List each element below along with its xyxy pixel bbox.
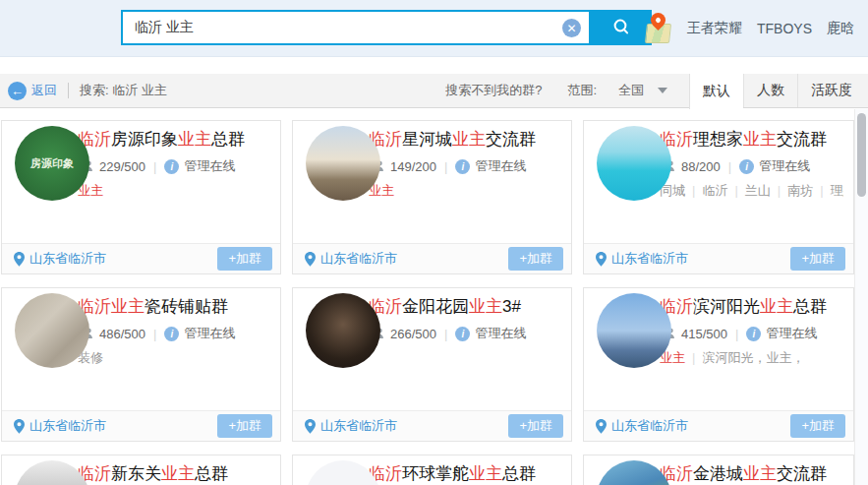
group-location: 山东省临沂市 <box>305 250 397 268</box>
magnifier-icon <box>610 17 632 38</box>
search-input[interactable] <box>121 10 591 45</box>
join-group-button[interactable]: +加群 <box>217 247 272 271</box>
group-location: 山东省临沂市 <box>596 250 688 268</box>
hot-link-2[interactable]: TFBOYS <box>757 21 812 36</box>
chevron-down-icon[interactable] <box>658 88 667 93</box>
group-card[interactable]: 临沂金港城业主交流群 <box>583 455 854 485</box>
member-count: 486/500 <box>99 327 145 341</box>
scrollbar-thumb[interactable] <box>857 113 866 197</box>
group-card[interactable]: 临沂星河城业主交流群 149/200 | i 管理在线 业主 <box>292 120 572 274</box>
group-title[interactable]: 临沂业主瓷砖铺贴群 <box>78 296 270 318</box>
group-card[interactable]: 临沂滨河阳光业主总群 415/500 | i 管理在线 业主|滨河阳光，业主， <box>583 287 854 442</box>
admin-status: 管理在线 <box>766 325 817 342</box>
scope-select[interactable]: 全国 <box>618 82 644 99</box>
group-grid: 房源印象 临沂房源印象业主总群 229/500 | i 管理在线 业主 <box>1 120 868 485</box>
group-tags: 装修 <box>78 349 270 367</box>
location-text: 山东省临沂市 <box>29 250 106 268</box>
map-pin-icon[interactable] <box>646 13 672 44</box>
admin-status: 管理在线 <box>184 157 235 175</box>
group-avatar <box>306 126 380 201</box>
group-title[interactable]: 临沂理想家业主交流群 <box>660 129 843 151</box>
divider: | <box>153 327 156 341</box>
group-card[interactable]: 掌舵 临沂环球掌舵业主总群 <box>292 455 572 485</box>
location-pin-icon <box>305 252 316 267</box>
group-title[interactable]: 临沂金港城业主交流群 <box>660 463 843 485</box>
group-tags: 业主 <box>369 182 561 200</box>
group-card[interactable]: 临沂金阳花园业主3# 266/500 | i 管理在线 <box>292 287 572 442</box>
join-group-button[interactable]: +加群 <box>217 414 272 438</box>
location-pin-icon <box>596 252 607 267</box>
card-footer: 山东省临沂市 +加群 <box>2 243 280 273</box>
search-button[interactable] <box>591 10 652 45</box>
group-avatar <box>306 293 380 368</box>
info-icon: i <box>746 327 761 341</box>
location-text: 山东省临沂市 <box>29 417 106 435</box>
card-footer: 山东省临沂市 +加群 <box>2 410 280 441</box>
join-group-button[interactable]: +加群 <box>508 414 563 438</box>
group-title[interactable]: 临沂星河城业主交流群 <box>369 129 561 151</box>
group-meta: 415/500 | i 管理在线 <box>660 325 843 342</box>
sort-tabs: 默认 人数 活跃度 <box>689 74 868 107</box>
group-meta: 266/500 | i 管理在线 <box>369 325 561 342</box>
group-location: 山东省临沂市 <box>14 417 106 435</box>
join-group-button[interactable]: +加群 <box>508 247 563 271</box>
vertical-scrollbar[interactable] <box>854 109 868 485</box>
join-group-button[interactable]: +加群 <box>790 247 845 271</box>
group-tags: 业主 <box>78 182 270 200</box>
result-toolbar: ← 返回 搜索: 临沂 业主 搜索不到我的群? 范围: 全国 默认 人数 活跃度 <box>0 74 868 108</box>
admin-status: 管理在线 <box>475 325 526 342</box>
group-card[interactable]: 临沂理想家业主交流群 88/200 | i 管理在线 同城|临沂|兰山|南坊|理… <box>583 120 854 274</box>
top-search-bar: ✕ 王者荣耀 TFBOYS 鹿晗 <box>0 0 868 57</box>
divider: | <box>735 327 738 341</box>
group-title[interactable]: 临沂房源印象业主总群 <box>78 129 270 151</box>
join-group-button[interactable]: +加群 <box>790 414 845 438</box>
group-avatar <box>597 293 671 368</box>
divider: | <box>153 159 156 174</box>
card-footer: 山东省临沂市 +加群 <box>584 410 853 441</box>
group-tags: 业主|滨河阳光，业主， <box>660 349 843 367</box>
divider <box>68 83 69 98</box>
location-text: 山东省临沂市 <box>320 250 397 268</box>
location-text: 山东省临沂市 <box>611 417 688 435</box>
group-avatar <box>15 293 89 368</box>
group-location: 山东省临沂市 <box>305 417 397 435</box>
hot-link-1[interactable]: 王者荣耀 <box>687 20 742 37</box>
group-title[interactable]: 临沂滨河阳光业主总群 <box>660 296 843 318</box>
location-text: 山东省临沂市 <box>320 417 397 435</box>
tab-members[interactable]: 人数 <box>743 74 797 107</box>
back-label: 返回 <box>31 82 57 99</box>
group-location: 山东省临沂市 <box>596 417 688 435</box>
search-summary: 搜索: 临沂 业主 <box>80 82 167 99</box>
info-icon: i <box>739 159 754 174</box>
group-card[interactable]: 临沂业主瓷砖铺贴群 486/500 | i 管理在线 装修 <box>1 287 281 442</box>
info-icon: i <box>455 159 470 174</box>
cant-find-group-link[interactable]: 搜索不到我的群? <box>445 82 542 99</box>
back-button[interactable]: ← 返回 <box>8 82 57 100</box>
group-title[interactable]: 临沂环球掌舵业主总群 <box>369 463 561 485</box>
group-title[interactable]: 临沂新东关业主总群 <box>78 463 270 485</box>
divider: | <box>444 327 447 341</box>
group-card[interactable]: 临沂新东关业主总群 <box>1 455 281 485</box>
group-card[interactable]: 房源印象 临沂房源印象业主总群 229/500 | i 管理在线 业主 <box>1 120 281 274</box>
card-footer: 山东省临沂市 +加群 <box>584 243 853 273</box>
group-title[interactable]: 临沂金阳花园业主3# <box>369 296 561 318</box>
admin-status: 管理在线 <box>184 325 235 342</box>
location-pin-icon <box>14 252 25 267</box>
card-footer: 山东省临沂市 +加群 <box>293 243 571 273</box>
avatar-label: 房源印象 <box>30 156 74 171</box>
group-avatar <box>597 126 671 201</box>
group-avatar: 房源印象 <box>15 126 89 201</box>
tab-default[interactable]: 默认 <box>689 74 743 109</box>
info-icon: i <box>455 327 470 341</box>
member-count: 415/500 <box>681 327 727 341</box>
member-count: 88/200 <box>681 159 721 174</box>
admin-status: 管理在线 <box>475 157 526 175</box>
group-tags: 同城|临沂|兰山|南坊|理想家 <box>660 182 843 200</box>
group-location: 山东省临沂市 <box>14 250 106 268</box>
back-arrow-icon: ← <box>8 82 27 100</box>
hot-link-3[interactable]: 鹿晗 <box>827 20 854 37</box>
card-footer: 山东省临沂市 +加群 <box>293 410 571 441</box>
toolbar-right: 搜索不到我的群? 范围: 全国 默认 人数 活跃度 <box>445 74 868 107</box>
tab-activity[interactable]: 活跃度 <box>797 74 868 107</box>
clear-search-icon[interactable]: ✕ <box>562 19 581 37</box>
